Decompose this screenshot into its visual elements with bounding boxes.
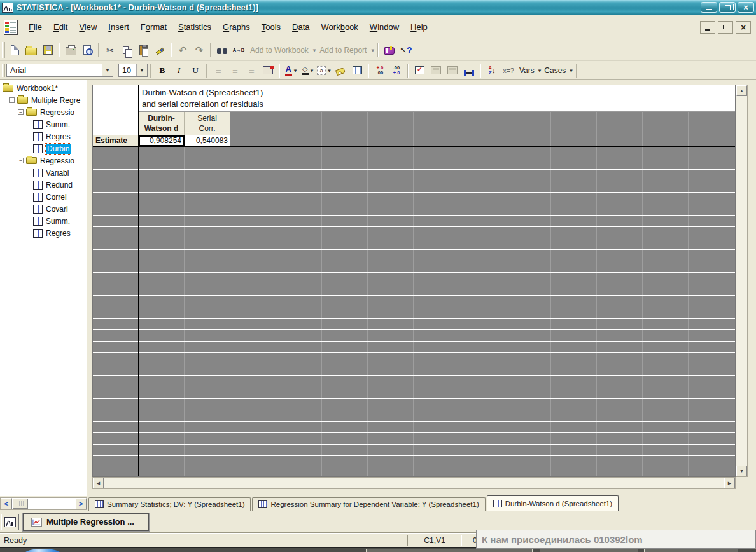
sort-button[interactable]: AZ ↓ <box>484 63 500 78</box>
underline-button[interactable]: U <box>188 63 203 78</box>
print-button[interactable] <box>63 43 78 58</box>
font-combo-dropdown[interactable]: ▼ <box>102 64 113 76</box>
mark-cells-button[interactable] <box>412 63 427 78</box>
add-to-report-button[interactable]: Add to Report ▾ <box>317 43 374 58</box>
borders-button[interactable]: a ▾ <box>316 63 332 78</box>
align-right-button[interactable]: ≡ <box>244 63 259 78</box>
taskbar-window-button[interactable] <box>540 549 638 552</box>
minimize-button[interactable] <box>701 2 717 13</box>
redo-button[interactable]: ↷ <box>192 43 207 58</box>
tab-summary-statistics[interactable]: Summary Statistics; DV: Y (Spreadsheet1) <box>88 497 251 511</box>
fill-color-button[interactable]: ◇ ▾ <box>300 63 315 78</box>
help-book-button[interactable] <box>382 43 397 58</box>
format-painter-button[interactable] <box>152 43 167 58</box>
bold-button[interactable]: B <box>155 63 170 78</box>
cut-button[interactable]: ✂ <box>102 43 118 58</box>
add-to-workbook-button[interactable]: Add to Workbook ▾ <box>248 43 316 58</box>
scroll-left-icon[interactable]: ◀ <box>93 478 104 488</box>
collapse-icon[interactable]: − <box>18 158 24 163</box>
tag-button[interactable] <box>333 63 348 78</box>
app-icon[interactable] <box>2 3 13 13</box>
taskbar-window-button[interactable] <box>366 549 533 552</box>
font-color-button[interactable]: A ▾ <box>283 63 298 78</box>
menu-edit[interactable]: Edit <box>48 20 73 34</box>
menu-view[interactable]: View <box>73 20 102 34</box>
tree-item-durbin-watson[interactable]: Durbin <box>0 142 87 155</box>
statistica-start-button[interactable] <box>1 514 19 530</box>
cell-durbin-watson-value[interactable]: 0,908254 <box>139 135 185 146</box>
row-header-estimate[interactable]: Estimate <box>93 135 138 147</box>
menu-graphs[interactable]: Graphs <box>217 20 256 34</box>
align-center-button[interactable]: ≡ <box>227 63 242 78</box>
font-size-combo[interactable]: 10 ▼ <box>118 64 148 77</box>
cases-button[interactable]: Cases ▾ <box>542 63 573 78</box>
multiple-regression-button[interactable]: Multiple Regression ... <box>23 513 149 531</box>
print-preview-button[interactable] <box>80 43 95 58</box>
tree-item-regression-3[interactable]: Regres <box>0 227 87 239</box>
tree-item-regression-1[interactable]: −Regressio <box>0 106 87 118</box>
empty-grid-area[interactable] <box>139 147 735 476</box>
font-combo[interactable]: Arial ▼ <box>6 64 113 77</box>
menu-window[interactable]: Window <box>364 20 405 34</box>
workbook-icon[interactable] <box>4 20 18 35</box>
close-button[interactable]: × <box>738 2 754 13</box>
mdi-close-button[interactable]: × <box>736 21 751 34</box>
tree-horizontal-scrollbar[interactable]: < > <box>0 497 87 510</box>
open-button[interactable] <box>24 43 39 58</box>
tree-item-workbook1[interactable]: Workbook1* <box>0 82 87 94</box>
tree-item-variables[interactable]: Variabl <box>0 167 87 179</box>
tree-scroll-right-icon[interactable]: > <box>75 498 87 509</box>
disabled-tool-button-2[interactable] <box>445 63 460 78</box>
notification-popup[interactable]: К нам присоединилась 010392lom <box>476 530 756 549</box>
menu-help[interactable]: Help <box>405 20 433 34</box>
column-header-durbin-watson[interactable]: Durbin-Watson d <box>139 112 185 135</box>
tab-regression-summary[interactable]: Regression Summary for Dependent Variabl… <box>252 497 485 511</box>
column-header-serial-corr[interactable]: SerialCorr. <box>185 112 230 135</box>
vertical-scroll-track[interactable] <box>736 96 747 466</box>
menu-data[interactable]: Data <box>286 20 315 34</box>
menu-tools[interactable]: Tools <box>256 20 286 34</box>
paste-button[interactable] <box>136 43 151 58</box>
menu-format[interactable]: Format <box>135 20 172 34</box>
menu-insert[interactable]: Insert <box>102 20 135 34</box>
decrease-decimals-button[interactable]: .00+.0 <box>389 63 404 78</box>
taskbar-window-button[interactable] <box>644 549 738 552</box>
scroll-down-icon[interactable]: ▼ <box>736 466 747 476</box>
align-left-button[interactable]: ≡ <box>211 63 226 78</box>
cell-serial-corr-value[interactable]: 0,540083 <box>185 135 230 146</box>
menu-file[interactable]: File <box>23 20 48 34</box>
start-button-orb[interactable] <box>24 549 61 552</box>
find-button[interactable] <box>214 43 230 58</box>
tree-item-redundancy[interactable]: Redund <box>0 179 87 191</box>
tree-scroll-thumb[interactable] <box>13 499 28 509</box>
italic-button[interactable]: I <box>171 63 186 78</box>
mdi-restore-button[interactable] <box>718 21 733 34</box>
tree-item-correlations[interactable]: Correl <box>0 191 87 203</box>
new-button[interactable] <box>7 43 22 58</box>
menu-workbook[interactable]: Workbook <box>316 20 364 34</box>
case-weights-button[interactable] <box>461 63 477 78</box>
increase-decimals-button[interactable]: +.0.00 <box>372 63 388 78</box>
tree-item-multiple-regression[interactable]: −Multiple Regre <box>0 94 87 106</box>
variable-specs-button[interactable]: x=? <box>501 63 516 78</box>
corner-cell[interactable] <box>93 85 138 135</box>
mdi-minimize-button[interactable] <box>700 21 715 34</box>
tab-durbin-watson[interactable]: Durbin-Watson d (Spreadsheet1) <box>487 495 619 511</box>
tree-item-regression-summary[interactable]: Regres <box>0 130 87 142</box>
whats-this-button[interactable]: ↖ ? <box>398 43 414 58</box>
tree-item-summary-2[interactable]: Summ. <box>0 215 87 227</box>
tree-item-regression-2[interactable]: −Regressio <box>0 155 87 167</box>
font-size-dropdown[interactable]: ▼ <box>136 64 147 76</box>
horizontal-scrollbar[interactable]: ◀ ▶ <box>92 477 736 489</box>
vars-button[interactable]: Vars ▾ <box>517 63 541 78</box>
tree-item-covariances[interactable]: Covari <box>0 203 87 215</box>
menu-statistics[interactable]: Statistics <box>172 20 217 34</box>
collapse-icon[interactable]: − <box>18 109 24 115</box>
restore-button[interactable] <box>719 2 736 13</box>
copy-button[interactable] <box>119 43 134 58</box>
tree-item-summary[interactable]: Summ. <box>0 118 87 130</box>
header-format-button[interactable] <box>260 63 276 78</box>
collapse-icon[interactable]: − <box>9 97 15 103</box>
undo-button[interactable]: ↶ <box>175 43 190 58</box>
replace-button[interactable]: A→B <box>231 43 246 58</box>
